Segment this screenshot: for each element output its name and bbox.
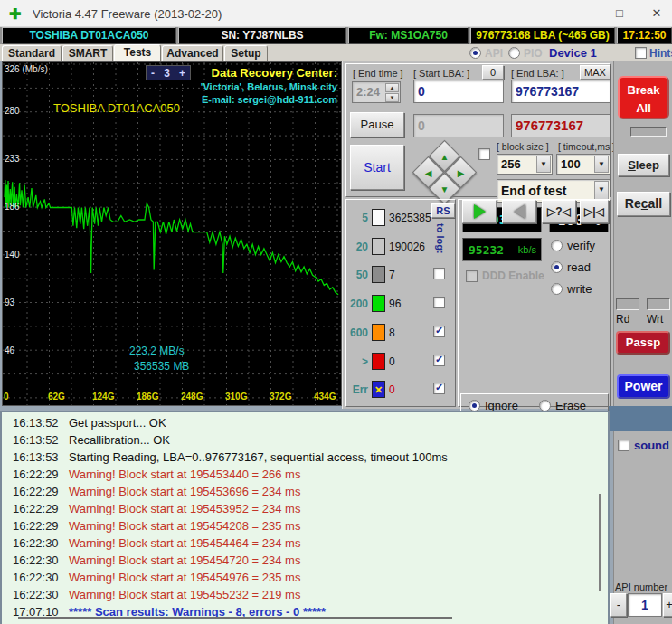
sound-checkbox[interactable] xyxy=(618,440,629,451)
log-row: 16:22:30Warning! Block start at 19545446… xyxy=(2,536,608,553)
dropdown-arrow-icon[interactable]: ▼ xyxy=(594,156,609,173)
start-lba-zero-button[interactable]: 0 xyxy=(482,65,504,80)
recall-button[interactable]: Recall xyxy=(617,192,670,216)
dropdown-arrow-icon[interactable]: ▼ xyxy=(594,181,609,201)
legend-log-checkbox[interactable] xyxy=(433,383,445,394)
sleep-button[interactable]: Sleep xyxy=(618,154,669,176)
speed-unit: kb/s xyxy=(518,244,536,255)
log-row: 16:13:52Get passport... OK xyxy=(2,416,608,433)
api-radio[interactable] xyxy=(469,47,481,59)
log-rows: 16:13:52Get passport... OK16:13:52Recall… xyxy=(2,416,608,622)
tab-advanced[interactable]: Advanced xyxy=(162,45,223,61)
clock: 17:12:50 xyxy=(617,27,672,44)
legend-count: 0 xyxy=(389,383,395,396)
timeout-label: [ timeout,ms ] xyxy=(558,141,615,152)
end-time-down-icon[interactable]: ▼ xyxy=(385,93,399,102)
log-message: Warning! Block start at 195453440 = 266 … xyxy=(69,468,300,481)
dropdown-arrow-icon[interactable]: ▼ xyxy=(536,156,551,173)
log-message: Warning! Block start at 195454976 = 235 … xyxy=(69,571,300,584)
read-radio[interactable] xyxy=(551,261,563,273)
power-button[interactable]: Power xyxy=(617,374,670,399)
api-minus-button[interactable]: - xyxy=(610,593,627,617)
x-tick-label: 0 xyxy=(4,392,9,402)
log-row: 16:22:29Warning! Block start at 19545395… xyxy=(2,502,608,519)
legend-speed-label: 200 xyxy=(346,298,368,310)
device-label: Device 1 xyxy=(549,46,597,60)
write-radio[interactable] xyxy=(551,283,563,295)
maximize-button[interactable]: □ xyxy=(604,0,635,26)
log-row: 16:22:30Warning! Block start at 19545472… xyxy=(2,553,608,571)
error-swatch-icon: ✕ xyxy=(372,381,385,398)
legend-color-swatch xyxy=(372,324,385,341)
seek-question-button[interactable]: ▷?◁ xyxy=(542,200,576,223)
verify-radio[interactable] xyxy=(551,240,563,251)
timeout-dropdown[interactable]: 100▼ xyxy=(556,154,610,175)
start-lba-input[interactable] xyxy=(413,80,504,103)
tab-setup[interactable]: Setup xyxy=(224,45,268,61)
x-tick-label: 310G xyxy=(225,392,247,402)
block-size-dropdown[interactable]: 256▼ xyxy=(497,154,553,175)
write-label: write xyxy=(567,282,592,296)
legend-color-swatch xyxy=(372,266,385,283)
y-tick-label: 186 xyxy=(5,202,20,212)
speed-graph: 326 (Mb/s) - 3 + Data Recovery Center: '… xyxy=(2,61,342,406)
end-lba-input[interactable] xyxy=(511,80,610,103)
current-speed-overlay: 223,2 MB/s xyxy=(129,345,185,357)
graph-zoom-minus[interactable]: - xyxy=(151,67,155,80)
pause-button[interactable]: Pause xyxy=(350,112,404,137)
tab-standard[interactable]: Standard xyxy=(2,45,62,61)
graph-model-label: TOSHIBA DT01ACA050 xyxy=(53,101,180,115)
pio-radio[interactable] xyxy=(508,47,520,59)
log-time: 16:13:52 xyxy=(13,433,59,447)
end-time-up-icon[interactable]: ▲ xyxy=(385,83,399,92)
y-tick-label: 140 xyxy=(5,250,20,260)
legend-speed-label: 50 xyxy=(346,269,368,281)
play-button[interactable] xyxy=(462,200,497,223)
legend-log-checkbox[interactable] xyxy=(433,326,445,337)
tab-tests[interactable]: Tests xyxy=(114,44,161,61)
log-message: Recallibration... OK xyxy=(69,433,170,447)
back-button[interactable] xyxy=(502,200,536,223)
log-panel: 16:13:52Get passport... OK16:13:52Recall… xyxy=(0,411,610,624)
api-plus-button[interactable]: + xyxy=(663,593,672,617)
hints-checkbox[interactable] xyxy=(635,47,647,59)
close-button[interactable]: ✕ xyxy=(641,0,672,26)
graph-zoom-plus[interactable]: + xyxy=(179,67,185,80)
log-vertical-scrollbar[interactable] xyxy=(599,494,601,591)
break-all-button[interactable]: Break All xyxy=(618,76,669,119)
graph-zoom-control[interactable]: - 3 + xyxy=(146,65,191,80)
back-icon xyxy=(514,204,525,219)
legend-count: 190026 xyxy=(389,241,425,253)
log-message: Get passport... OK xyxy=(69,416,166,430)
drive-capacity: 976773168 LBA (~465 GB) xyxy=(470,27,615,44)
x-tick-label: 372G xyxy=(270,392,291,402)
max-lba-button[interactable]: MAX xyxy=(580,65,610,80)
tab-smart[interactable]: SMART xyxy=(62,45,113,61)
drive-serial: SN: Y7J87NLBS xyxy=(178,27,346,44)
passp-button[interactable]: Passp xyxy=(616,331,670,355)
legend-log-checkbox[interactable] xyxy=(433,297,445,308)
end-time-spinner[interactable]: 2:24 ▲ ▼ xyxy=(352,81,401,103)
api-radio-label: API xyxy=(485,47,503,60)
seek-end-button[interactable]: ▷|◁ xyxy=(580,200,609,223)
log-row: 16:22:30Warning! Block start at 19545497… xyxy=(2,571,608,588)
legend-speed-label: 5 xyxy=(346,212,368,224)
rs-button[interactable]: RS xyxy=(431,203,455,218)
legend-count: 3625385 xyxy=(389,212,431,224)
legend-log-checkbox[interactable] xyxy=(433,268,445,279)
minimize-button[interactable]: — xyxy=(566,0,597,26)
ddd-enable-label: DDD Enable xyxy=(482,269,544,282)
start-button[interactable]: Start xyxy=(350,145,404,190)
log-horizontal-scrollbar[interactable] xyxy=(18,617,452,619)
legend-color-swatch xyxy=(372,238,385,255)
ddd-enable-checkbox[interactable] xyxy=(466,270,478,282)
nav-down-icon: ▼ xyxy=(433,178,456,201)
drive-info-bar: TOSHIBA DT01ACA050 SN: Y7J87NLBS Fw: MS1… xyxy=(0,27,672,44)
api-number-field[interactable]: 1 xyxy=(628,593,662,617)
nav-checkbox[interactable] xyxy=(478,148,490,160)
title-bar: ✚ Victoria 4.47 Freeware (2013-02-20) — … xyxy=(0,0,672,27)
y-tick-label: 46 xyxy=(5,345,14,355)
legend-speed-label: 600 xyxy=(346,326,368,339)
legend-log-checkbox[interactable] xyxy=(433,355,445,366)
legend-count: 96 xyxy=(389,298,401,310)
